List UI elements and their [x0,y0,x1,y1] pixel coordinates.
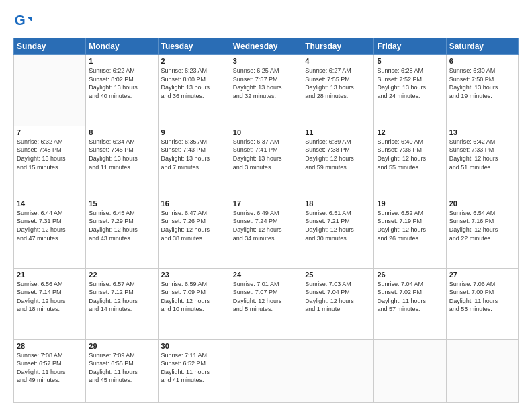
calendar-week-row: 1Sunrise: 6:22 AM Sunset: 8:02 PM Daylig… [14,55,519,126]
calendar-day-cell: 2Sunrise: 6:23 AM Sunset: 8:00 PM Daylig… [158,55,230,126]
day-number: 6 [449,57,515,65]
day-number: 18 [305,199,371,208]
day-info: Sunrise: 6:23 AM Sunset: 8:00 PM Dayligh… [161,66,227,100]
day-number: 15 [89,199,154,208]
calendar-day-cell [374,339,446,403]
day-info: Sunrise: 7:11 AM Sunset: 6:52 PM Dayligh… [161,351,227,385]
day-number: 1 [89,57,154,65]
calendar-day-cell [302,339,374,403]
calendar-day-cell: 24Sunrise: 7:01 AM Sunset: 7:07 PM Dayli… [230,268,302,339]
day-info: Sunrise: 7:06 AM Sunset: 7:00 PM Dayligh… [449,280,515,314]
day-info: Sunrise: 6:51 AM Sunset: 7:21 PM Dayligh… [305,209,371,242]
day-info: Sunrise: 6:47 AM Sunset: 7:26 PM Dayligh… [161,209,227,242]
calendar-header-row: SundayMondayTuesdayWednesdayThursdayFrid… [14,38,519,55]
calendar-day-cell: 27Sunrise: 7:06 AM Sunset: 7:00 PM Dayli… [446,268,518,339]
day-info: Sunrise: 6:39 AM Sunset: 7:38 PM Dayligh… [305,138,371,171]
day-number: 16 [161,199,227,208]
day-number: 27 [449,271,515,279]
calendar-day-cell: 19Sunrise: 6:52 AM Sunset: 7:19 PM Dayli… [374,197,446,268]
calendar-day-cell: 14Sunrise: 6:44 AM Sunset: 7:31 PM Dayli… [14,197,86,268]
calendar-day-cell: 12Sunrise: 6:40 AM Sunset: 7:36 PM Dayli… [374,126,446,197]
day-number: 2 [161,57,227,65]
weekday-header: Monday [86,38,158,55]
day-number: 12 [377,128,443,136]
day-number: 4 [305,57,371,65]
day-number: 26 [377,271,443,279]
day-number: 23 [161,271,227,279]
day-info: Sunrise: 6:52 AM Sunset: 7:19 PM Dayligh… [377,209,443,242]
calendar-day-cell: 9Sunrise: 6:35 AM Sunset: 7:43 PM Daylig… [158,126,230,197]
svg-marker-1 [28,17,32,21]
day-info: Sunrise: 6:25 AM Sunset: 7:57 PM Dayligh… [233,66,299,100]
weekday-header: Tuesday [158,38,230,55]
calendar-day-cell: 6Sunrise: 6:30 AM Sunset: 7:50 PM Daylig… [446,55,518,126]
calendar-day-cell: 18Sunrise: 6:51 AM Sunset: 7:21 PM Dayli… [302,197,374,268]
calendar-day-cell: 15Sunrise: 6:45 AM Sunset: 7:29 PM Dayli… [86,197,158,268]
day-info: Sunrise: 6:45 AM Sunset: 7:29 PM Dayligh… [89,209,154,242]
day-info: Sunrise: 6:34 AM Sunset: 7:45 PM Dayligh… [89,138,154,171]
svg-text:G: G [15,12,26,28]
calendar-week-row: 28Sunrise: 7:08 AM Sunset: 6:57 PM Dayli… [14,339,519,403]
day-info: Sunrise: 7:03 AM Sunset: 7:04 PM Dayligh… [305,280,371,314]
calendar-day-cell: 1Sunrise: 6:22 AM Sunset: 8:02 PM Daylig… [86,55,158,126]
day-info: Sunrise: 6:37 AM Sunset: 7:41 PM Dayligh… [233,138,299,171]
calendar-day-cell: 28Sunrise: 7:08 AM Sunset: 6:57 PM Dayli… [14,339,86,403]
calendar-day-cell: 7Sunrise: 6:32 AM Sunset: 7:48 PM Daylig… [14,126,86,197]
day-info: Sunrise: 6:30 AM Sunset: 7:50 PM Dayligh… [449,66,515,100]
calendar-day-cell: 17Sunrise: 6:49 AM Sunset: 7:24 PM Dayli… [230,197,302,268]
day-info: Sunrise: 6:27 AM Sunset: 7:55 PM Dayligh… [305,66,371,100]
day-number: 7 [17,128,83,136]
day-info: Sunrise: 6:56 AM Sunset: 7:14 PM Dayligh… [17,280,83,314]
calendar-day-cell: 29Sunrise: 7:09 AM Sunset: 6:55 PM Dayli… [86,339,158,403]
day-number: 22 [89,271,154,279]
calendar-day-cell: 23Sunrise: 6:59 AM Sunset: 7:09 PM Dayli… [158,268,230,339]
calendar-week-row: 7Sunrise: 6:32 AM Sunset: 7:48 PM Daylig… [14,126,519,197]
weekday-header: Sunday [14,38,86,55]
calendar-day-cell: 5Sunrise: 6:28 AM Sunset: 7:52 PM Daylig… [374,55,446,126]
day-info: Sunrise: 6:40 AM Sunset: 7:36 PM Dayligh… [377,138,443,171]
calendar-day-cell [230,339,302,403]
day-number: 21 [17,271,83,279]
calendar-day-cell: 13Sunrise: 6:42 AM Sunset: 7:33 PM Dayli… [446,126,518,197]
logo-icon: G [13,12,32,31]
day-number: 9 [161,128,227,136]
logo: G [13,12,35,31]
calendar-day-cell: 4Sunrise: 6:27 AM Sunset: 7:55 PM Daylig… [302,55,374,126]
day-number: 11 [305,128,371,136]
day-info: Sunrise: 6:32 AM Sunset: 7:48 PM Dayligh… [17,138,83,171]
calendar-day-cell [446,339,518,403]
day-number: 10 [233,128,299,136]
day-number: 29 [89,342,154,350]
day-info: Sunrise: 6:44 AM Sunset: 7:31 PM Dayligh… [17,209,83,242]
day-number: 28 [17,342,83,350]
day-info: Sunrise: 6:42 AM Sunset: 7:33 PM Dayligh… [449,138,515,171]
calendar-day-cell: 30Sunrise: 7:11 AM Sunset: 6:52 PM Dayli… [158,339,230,403]
calendar-day-cell: 25Sunrise: 7:03 AM Sunset: 7:04 PM Dayli… [302,268,374,339]
calendar-table: SundayMondayTuesdayWednesdayThursdayFrid… [13,38,519,403]
day-info: Sunrise: 6:57 AM Sunset: 7:12 PM Dayligh… [89,280,154,314]
day-number: 14 [17,199,83,208]
page-header: G [13,12,519,31]
day-number: 20 [449,199,515,208]
day-number: 24 [233,271,299,279]
day-info: Sunrise: 7:09 AM Sunset: 6:55 PM Dayligh… [89,351,154,385]
calendar-day-cell: 10Sunrise: 6:37 AM Sunset: 7:41 PM Dayli… [230,126,302,197]
calendar-day-cell: 22Sunrise: 6:57 AM Sunset: 7:12 PM Dayli… [86,268,158,339]
day-info: Sunrise: 6:54 AM Sunset: 7:16 PM Dayligh… [449,209,515,242]
day-info: Sunrise: 6:22 AM Sunset: 8:02 PM Dayligh… [89,66,154,100]
day-info: Sunrise: 6:28 AM Sunset: 7:52 PM Dayligh… [377,66,443,100]
day-info: Sunrise: 7:08 AM Sunset: 6:57 PM Dayligh… [17,351,83,385]
calendar-day-cell: 8Sunrise: 6:34 AM Sunset: 7:45 PM Daylig… [86,126,158,197]
calendar-day-cell: 3Sunrise: 6:25 AM Sunset: 7:57 PM Daylig… [230,55,302,126]
calendar-day-cell: 16Sunrise: 6:47 AM Sunset: 7:26 PM Dayli… [158,197,230,268]
day-number: 5 [377,57,443,65]
day-info: Sunrise: 7:04 AM Sunset: 7:02 PM Dayligh… [377,280,443,314]
day-info: Sunrise: 6:35 AM Sunset: 7:43 PM Dayligh… [161,138,227,171]
calendar-day-cell: 26Sunrise: 7:04 AM Sunset: 7:02 PM Dayli… [374,268,446,339]
day-number: 13 [449,128,515,136]
day-number: 25 [305,271,371,279]
weekday-header: Friday [374,38,446,55]
day-info: Sunrise: 7:01 AM Sunset: 7:07 PM Dayligh… [233,280,299,314]
day-number: 17 [233,199,299,208]
calendar-day-cell [14,55,86,126]
